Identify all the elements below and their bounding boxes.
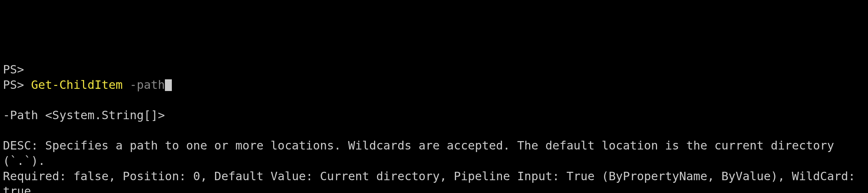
empty-line <box>3 93 865 108</box>
help-metadata: Required: false, Position: 0, Default Va… <box>3 169 865 193</box>
empty-line <box>3 123 865 139</box>
ps-prompt: PS> <box>3 63 24 76</box>
cmdlet-name: Get-ChildItem <box>31 78 122 92</box>
cursor <box>165 79 172 91</box>
prompt-line-1: PS> <box>3 62 865 77</box>
ps-prompt: PS> <box>3 78 31 92</box>
help-signature: -Path <System.String[]> <box>3 108 865 123</box>
terminal-output[interactable]: PS>PS> Get-ChildItem -path-Path <System.… <box>3 62 865 193</box>
parameter-name: -path <box>130 78 165 92</box>
prompt-line-2: PS> Get-ChildItem -path <box>3 77 865 93</box>
desc-label: DESC: <box>3 139 45 152</box>
help-description: DESC: Specifies a path to one or more lo… <box>3 138 865 169</box>
desc-text: Specifies a path to one or more location… <box>3 139 841 168</box>
space <box>123 78 130 92</box>
